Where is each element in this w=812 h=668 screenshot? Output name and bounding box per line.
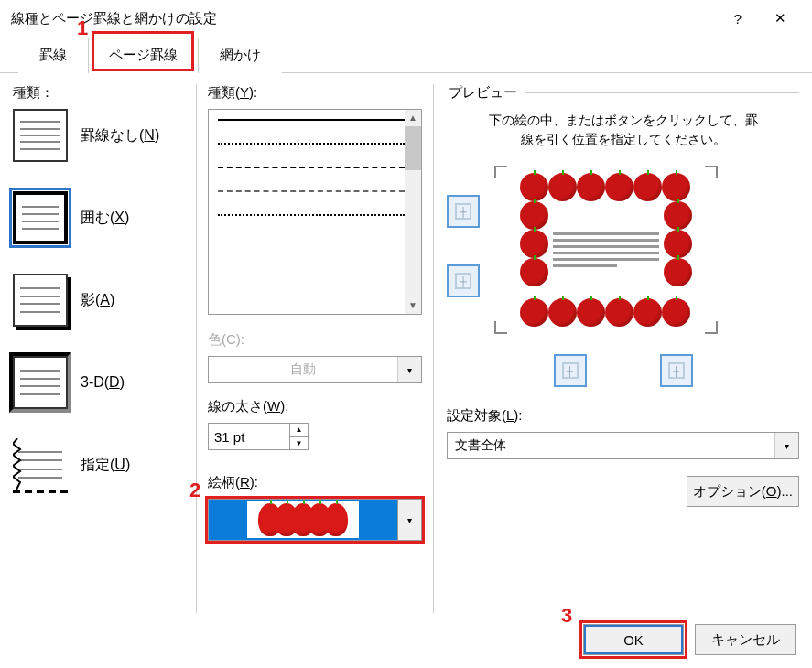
edge-icon: ┼ (455, 203, 471, 220)
apply-heading: 設定対象(L): (447, 407, 799, 425)
style-heading: 種類(Y): (208, 84, 422, 102)
setting-heading: 種類： (13, 84, 196, 102)
setting-box[interactable]: 囲む(X) (13, 191, 196, 244)
tab-borders[interactable]: 罫線 (18, 38, 88, 73)
corner-mark (494, 166, 507, 178)
color-combo[interactable]: 自動 ▾ (208, 356, 422, 383)
bottom-edge-button[interactable]: ┼ (447, 264, 480, 297)
spinner-up-icon[interactable]: ▲ (290, 424, 308, 437)
corner-mark (705, 166, 718, 178)
tab-shading[interactable]: 網かけ (199, 38, 282, 73)
color-value: 自動 (209, 361, 397, 378)
edge-icon: ┼ (562, 362, 579, 379)
borders-shading-dialog: 線種とページ罫線と網かけの設定 ? ✕ 罫線 ページ罫線 網かけ 1 種類： 罫… (0, 0, 812, 668)
preview-column: プレビュー 下の絵の中、またはボタンをクリックして、罫線を引く位置を指定してくだ… (434, 84, 799, 613)
right-edge-button[interactable]: ┼ (660, 354, 693, 387)
left-edge-button[interactable]: ┼ (554, 354, 587, 387)
style-column: 種類(Y): ▲ ▼ 色(C): 自動 ▾ (196, 84, 434, 613)
titlebar: 線種とページ罫線と網かけの設定 ? ✕ (0, 0, 812, 37)
tab-label: 網かけ (220, 47, 261, 62)
setting-label: 影(A) (81, 291, 114, 310)
preview-group: プレビュー (447, 84, 799, 102)
apply-to-combo[interactable]: 文書全体 ▾ (447, 432, 799, 459)
setting-box-icon (13, 191, 68, 244)
setting-shadow[interactable]: 影(A) (13, 274, 196, 327)
cancel-button[interactable]: キャンセル (695, 624, 796, 655)
style-dash-gap[interactable] (218, 190, 405, 192)
setting-shadow-icon (13, 274, 68, 327)
setting-custom-icon (13, 438, 68, 491)
zigzag-icon (13, 438, 22, 491)
tab-page-border[interactable]: ページ罫線 (88, 38, 199, 73)
setting-label: 3-D(D) (81, 374, 125, 391)
setting-label: 囲む(X) (81, 209, 129, 228)
art-apples-icon (247, 501, 358, 538)
callout-number-2: 2 (189, 479, 200, 502)
art-preview (209, 500, 397, 540)
setting-label: 指定(U) (81, 456, 130, 475)
width-heading: 線の太さ(W): (208, 398, 422, 415)
edge-icon: ┼ (455, 273, 471, 289)
bottom-edge-buttons: ┼ ┼ (447, 354, 799, 387)
corner-mark (705, 321, 718, 334)
top-edge-button[interactable]: ┼ (447, 195, 480, 228)
help-button[interactable]: ? (717, 4, 759, 33)
options-button[interactable]: オプション(O)... (687, 476, 799, 507)
ok-button[interactable]: OK (583, 624, 684, 655)
style-solid[interactable] (218, 119, 405, 121)
chevron-down-icon[interactable]: ▾ (774, 433, 798, 458)
setting-3d-icon (13, 356, 68, 409)
close-button[interactable]: ✕ (759, 4, 801, 33)
page-content-icon (553, 206, 659, 294)
style-dashed[interactable] (218, 167, 405, 168)
style-list-inner (209, 110, 421, 225)
style-scrollbar[interactable]: ▲ ▼ (405, 110, 421, 314)
tab-label: 罫線 (39, 47, 67, 62)
tab-strip: 罫線 ページ罫線 網かけ 1 (0, 37, 812, 73)
setting-label: 罫線なし(N) (81, 126, 159, 145)
setting-custom[interactable]: 指定(U) (13, 438, 196, 491)
setting-none[interactable]: 罫線なし(N) (13, 109, 196, 162)
edge-icon: ┼ (668, 362, 685, 379)
setting-column: 種類： 罫線なし(N) 囲む(X) 影(A) 3-D(D) (13, 84, 196, 613)
left-edge-buttons: ┼ ┼ (447, 195, 480, 332)
color-heading: 色(C): (208, 331, 422, 349)
scroll-down-icon[interactable]: ▼ (405, 297, 421, 314)
dialog-footer: OK 3 キャンセル (0, 624, 812, 668)
art-heading: 絵柄(R): (208, 474, 422, 491)
dialog-title: 線種とページ罫線と網かけの設定 (11, 10, 717, 27)
setting-none-icon (13, 109, 68, 162)
apply-value: 文書全体 (448, 437, 774, 454)
dialog-body: 種類： 罫線なし(N) 囲む(X) 影(A) 3-D(D) (0, 73, 812, 613)
corner-mark (494, 321, 507, 334)
width-value: 31 pt (209, 424, 289, 449)
width-spinner[interactable]: 31 pt ▲▼ (208, 423, 309, 450)
spinner-down-icon[interactable]: ▼ (290, 437, 308, 450)
preview-heading: プレビュー (447, 84, 525, 102)
chevron-down-icon[interactable]: ▾ (397, 357, 421, 382)
scroll-up-icon[interactable]: ▲ (405, 110, 421, 126)
preview-area: ┼ ┼ (447, 167, 799, 332)
tab-label: ページ罫線 (109, 47, 178, 62)
callout-number-1: 1 (77, 16, 88, 40)
chevron-down-icon[interactable]: ▾ (397, 500, 421, 540)
style-listbox[interactable]: ▲ ▼ (208, 109, 422, 315)
style-dotted[interactable] (218, 143, 405, 145)
art-combo[interactable]: ▾ (208, 499, 422, 541)
style-sparse-dot[interactable] (218, 214, 405, 216)
callout-number-3: 3 (561, 604, 572, 628)
spinner-arrows: ▲▼ (289, 424, 308, 449)
preview-page[interactable] (514, 167, 698, 332)
scroll-thumb[interactable] (405, 126, 421, 170)
setting-3d[interactable]: 3-D(D) (13, 356, 196, 409)
preview-hint: 下の絵の中、またはボタンをクリックして、罫線を引く位置を指定してください。 (483, 111, 763, 149)
